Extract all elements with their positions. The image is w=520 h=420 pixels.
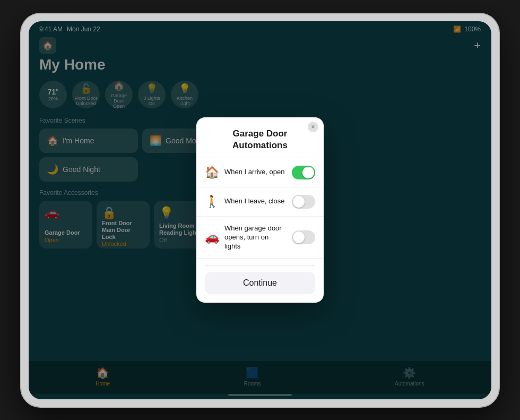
automation-row-leave: 🚶 When I leave, close	[196, 187, 324, 217]
garage-lights-toggle[interactable]	[292, 230, 315, 244]
close-icon: ×	[311, 123, 315, 131]
arrive-toggle-knob	[302, 167, 314, 178]
arrive-label: When I arrive, open	[224, 168, 287, 177]
dialog-close-btn[interactable]: ×	[308, 122, 318, 132]
leave-toggle-knob	[293, 196, 305, 208]
dialog-header: Garage Door Automations	[196, 117, 324, 158]
leave-icon: 🚶	[205, 195, 219, 209]
ipad-screen: 9:41 AM Mon Jun 22 📶 100% 🏠 + My Home 71…	[29, 21, 491, 399]
modal-overlay: × Garage Door Automations 🏠 When I arriv…	[29, 21, 491, 399]
garage-lights-toggle-knob	[293, 232, 305, 243]
continue-button[interactable]: Continue	[205, 272, 315, 294]
automation-row-garage-lights: 🚗 When garage door opens, turn on lights	[196, 217, 324, 259]
dialog-title: Garage Door Automations	[207, 128, 313, 151]
arrive-toggle[interactable]	[292, 166, 315, 179]
garage-lights-label: When garage door opens, turn on lights	[224, 224, 287, 251]
leave-toggle[interactable]	[292, 195, 315, 209]
arrive-icon: 🏠	[205, 166, 219, 179]
ipad-frame: 9:41 AM Mon Jun 22 📶 100% 🏠 + My Home 71…	[21, 14, 499, 407]
continue-btn-wrapper: Continue	[196, 259, 324, 303]
automations-dialog: × Garage Door Automations 🏠 When I arriv…	[196, 117, 324, 303]
leave-label: When I leave, close	[224, 197, 287, 206]
automation-row-arrive: 🏠 When I arrive, open	[196, 158, 324, 187]
dialog-divider-2	[205, 265, 315, 265]
garage-lights-icon: 🚗	[205, 230, 219, 244]
